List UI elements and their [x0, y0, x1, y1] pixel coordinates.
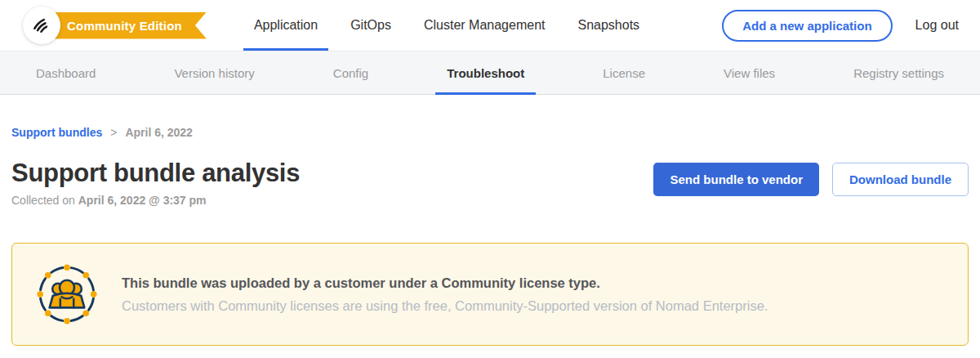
- add-new-application-button[interactable]: Add a new application: [722, 10, 892, 42]
- tab-cluster-management[interactable]: Cluster Management: [413, 0, 556, 51]
- subnav-item-view-files[interactable]: View files: [712, 51, 786, 94]
- breadcrumb-support-bundles-link[interactable]: Support bundles: [11, 126, 102, 139]
- tab-application[interactable]: Application: [243, 0, 328, 51]
- topnav-right: Add a new application Log out: [722, 0, 965, 51]
- download-bundle-button[interactable]: Download bundle: [832, 163, 969, 196]
- community-people-icon: [33, 261, 100, 328]
- tab-gitops[interactable]: GitOps: [340, 0, 402, 51]
- community-license-banner: This bundle was uploaded by a customer u…: [11, 243, 969, 346]
- logout-link[interactable]: Log out: [915, 18, 965, 33]
- subnav-item-version-history[interactable]: Version history: [163, 51, 265, 94]
- collected-prefix: Collected on: [11, 194, 75, 207]
- subnav-item-config[interactable]: Config: [322, 51, 380, 94]
- collected-timestamp: April 6, 2022 @ 3:37 pm: [78, 194, 207, 207]
- breadcrumb-separator: >: [110, 126, 117, 139]
- send-bundle-to-vendor-button[interactable]: Send bundle to vendor: [653, 163, 819, 196]
- app-subnav: Dashboard Version history Config Trouble…: [0, 51, 980, 95]
- top-nav-tabs: Application GitOps Cluster Management Sn…: [238, 0, 656, 51]
- breadcrumb: Support bundles > April 6, 2022: [11, 126, 969, 139]
- community-edition-badge: Community Edition: [39, 12, 207, 39]
- subnav-item-troubleshoot[interactable]: Troubleshoot: [435, 51, 536, 94]
- tab-snapshots[interactable]: Snapshots: [567, 0, 650, 51]
- subnav-item-license[interactable]: License: [591, 51, 657, 94]
- replicated-logo-icon: [31, 13, 52, 38]
- page-header: Support bundle analysis Collected on Apr…: [11, 159, 969, 207]
- banner-headline: This bundle was uploaded by a customer u…: [122, 275, 768, 291]
- top-navbar: Community Edition Application GitOps Clu…: [0, 0, 980, 51]
- brand: Community Edition: [23, 0, 207, 51]
- subnav-item-registry-settings[interactable]: Registry settings: [842, 51, 956, 94]
- replicated-logo[interactable]: [23, 7, 60, 44]
- main-content: Support bundles > April 6, 2022 Support …: [0, 95, 980, 346]
- banner-text: This bundle was uploaded by a customer u…: [122, 275, 768, 314]
- breadcrumb-current: April 6, 2022: [125, 126, 193, 139]
- header-actions: Send bundle to vendor Download bundle: [653, 159, 969, 196]
- page-title: Support bundle analysis: [11, 159, 300, 188]
- title-block: Support bundle analysis Collected on Apr…: [11, 159, 300, 207]
- subnav-item-dashboard[interactable]: Dashboard: [24, 51, 107, 94]
- collected-on-line: Collected on April 6, 2022 @ 3:37 pm: [11, 194, 300, 207]
- banner-subtext: Customers with Community licenses are us…: [122, 298, 768, 314]
